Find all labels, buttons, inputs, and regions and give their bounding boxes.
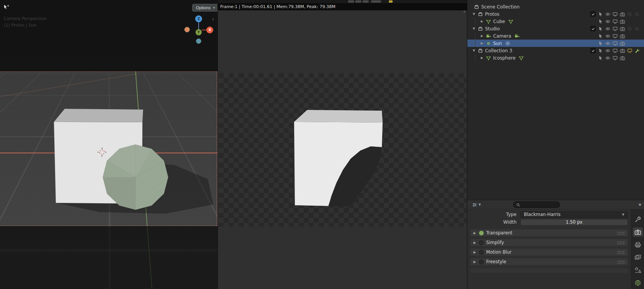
navigation-gizmo[interactable]: Z X Y [184, 15, 217, 46]
properties-editor[interactable]: ▼ ▼ Type Blackman-Harris ▼ Width [467, 200, 644, 289]
filter-width-field[interactable]: 1.50 px [520, 219, 628, 226]
header-button[interactable] [348, 0, 354, 3]
render-result-view[interactable]: Frame:1 | Time:00:01.61 | Mem:79.38M, Pe… [217, 0, 467, 289]
outliner-editor[interactable]: Scene Collection ▼ Protos [467, 0, 644, 200]
header-button[interactable] [371, 0, 381, 3]
panel-expand-icon[interactable]: ▶ [473, 251, 477, 254]
outliner-row-cube[interactable]: ▶ Cube [467, 18, 644, 25]
tab-tool[interactable] [633, 215, 643, 224]
header-button[interactable] [363, 0, 369, 3]
editor-type-button[interactable]: ▼ [472, 202, 481, 208]
hide-viewport-eye-icon[interactable] [605, 41, 611, 46]
disclosure-closed-icon[interactable]: ▶ [479, 42, 485, 45]
disable-render-icon[interactable] [620, 19, 625, 24]
gizmo-y-axis[interactable]: Y [196, 29, 202, 35]
wrench-icon[interactable] [634, 48, 640, 53]
outliner-row-scene-collection[interactable]: Scene Collection [467, 3, 644, 10]
selectable-toggle-icon[interactable] [598, 19, 603, 24]
search-input[interactable] [522, 202, 557, 207]
outliner-row-sun-selected[interactable]: ▶ Sun [467, 40, 644, 47]
panel-drag-handle[interactable] [617, 260, 626, 264]
tab-world-properties[interactable] [633, 278, 643, 287]
hide-viewport-eye-icon[interactable] [605, 12, 611, 17]
outliner-row-protos[interactable]: ▼ Protos [467, 10, 644, 18]
disable-render-icon[interactable] [620, 41, 625, 46]
outliner-row-camera[interactable]: ▶ Camera [467, 32, 644, 40]
indirect-only-icon[interactable] [634, 26, 640, 32]
selectable-toggle-icon[interactable] [598, 55, 603, 61]
selectable-toggle-icon[interactable] [598, 41, 603, 46]
disclosure-closed-icon[interactable]: ▶ [479, 56, 485, 60]
panel-freestyle[interactable]: ▶ Freestyle [470, 258, 628, 265]
panel-motion-blur[interactable]: ▶ Motion Blur [470, 249, 628, 256]
disable-viewports-icon[interactable] [612, 19, 618, 24]
disclosure-open-icon[interactable]: ▼ [471, 49, 477, 52]
hide-viewport-eye-icon[interactable] [605, 19, 611, 24]
holdout-icon[interactable] [627, 12, 632, 17]
collection-checkbox[interactable] [590, 26, 595, 31]
collection-checkbox[interactable] [590, 48, 595, 53]
tab-view-layer-properties[interactable] [633, 253, 643, 262]
disable-viewports-icon[interactable] [612, 48, 618, 53]
panel-drag-handle[interactable] [617, 251, 626, 254]
gizmo-neg-z-axis[interactable] [196, 38, 201, 44]
indirect-only-icon[interactable] [634, 12, 640, 17]
motion-blur-checkbox[interactable] [479, 250, 484, 255]
selectable-toggle-icon[interactable] [598, 26, 603, 32]
region-collapse-chevron[interactable]: ‹ [463, 8, 465, 14]
outliner-row-collection-3[interactable]: ▼ Collection 3 [467, 47, 644, 54]
hide-viewport-eye-icon[interactable] [605, 33, 611, 39]
gizmo-neg-x-axis[interactable] [184, 27, 190, 32]
pixel-filter-type-dropdown[interactable]: Blackman-Harris ▼ [520, 211, 628, 218]
hide-viewport-eye-icon[interactable] [605, 48, 611, 53]
selectable-toggle-icon[interactable] [598, 48, 603, 53]
outliner-row-studio[interactable]: ▼ Studio [467, 25, 644, 32]
disable-render-icon[interactable] [620, 12, 625, 17]
collection-checkbox[interactable] [590, 12, 595, 17]
panel-drag-handle[interactable] [617, 241, 626, 244]
holdout-override-icon[interactable] [627, 48, 632, 53]
panel-expand-icon[interactable]: ▶ [473, 241, 477, 244]
collection-label: Protos [485, 12, 499, 17]
disable-render-icon[interactable] [620, 55, 625, 61]
disable-render-icon[interactable] [620, 33, 625, 39]
disable-viewports-icon[interactable] [612, 33, 618, 39]
panel-simplify[interactable]: ▶ Simplify [470, 239, 628, 246]
panel-expand-icon[interactable]: ▶ [473, 260, 477, 264]
tab-render-properties[interactable] [633, 228, 643, 237]
tab-scene-properties[interactable] [633, 266, 643, 275]
selectable-toggle-icon[interactable] [598, 12, 603, 17]
panel-drag-handle[interactable] [617, 231, 626, 235]
disable-render-icon[interactable] [620, 48, 625, 53]
partial-panel-header[interactable] [470, 268, 628, 273]
disclosure-closed-icon[interactable]: ▶ [479, 34, 485, 38]
viewport-3d[interactable]: Camera Perspective (1) Protos | Sun Opti… [0, 0, 217, 289]
properties-search[interactable] [513, 201, 560, 208]
chevron-down-icon[interactable]: ▼ [639, 203, 641, 207]
hide-viewport-eye-icon[interactable] [605, 55, 611, 61]
gizmo-z-axis[interactable]: Z [195, 15, 202, 22]
freestyle-checkbox[interactable] [479, 259, 484, 264]
holdout-icon[interactable] [627, 26, 632, 32]
transparent-checkbox[interactable] [479, 231, 484, 236]
header-button[interactable] [355, 0, 361, 3]
disable-viewports-icon[interactable] [612, 12, 618, 17]
disable-render-icon[interactable] [620, 26, 625, 32]
options-button[interactable]: Options ▼ [192, 4, 217, 12]
disable-viewports-icon[interactable] [612, 55, 618, 61]
disclosure-closed-icon[interactable]: ▶ [479, 20, 485, 23]
gizmo-x-axis[interactable]: X [206, 27, 213, 33]
outliner-row-icosphere[interactable]: ▶ Icosphere [467, 54, 644, 61]
panel-expand-icon[interactable]: ▶ [473, 231, 477, 235]
disclosure-open-icon[interactable]: ▼ [471, 27, 477, 30]
header-button-active[interactable] [389, 0, 393, 3]
disable-viewports-icon[interactable] [612, 41, 618, 46]
disclosure-open-icon[interactable]: ▼ [471, 12, 477, 16]
panel-transparent[interactable]: ▶ Transparent [470, 229, 628, 236]
tab-output-properties[interactable] [633, 240, 643, 249]
simplify-checkbox[interactable] [479, 240, 484, 245]
selectable-toggle-icon[interactable] [598, 33, 603, 39]
hide-viewport-eye-icon[interactable] [605, 26, 611, 32]
camera-data-icon [514, 33, 520, 39]
disable-viewports-icon[interactable] [612, 26, 618, 32]
